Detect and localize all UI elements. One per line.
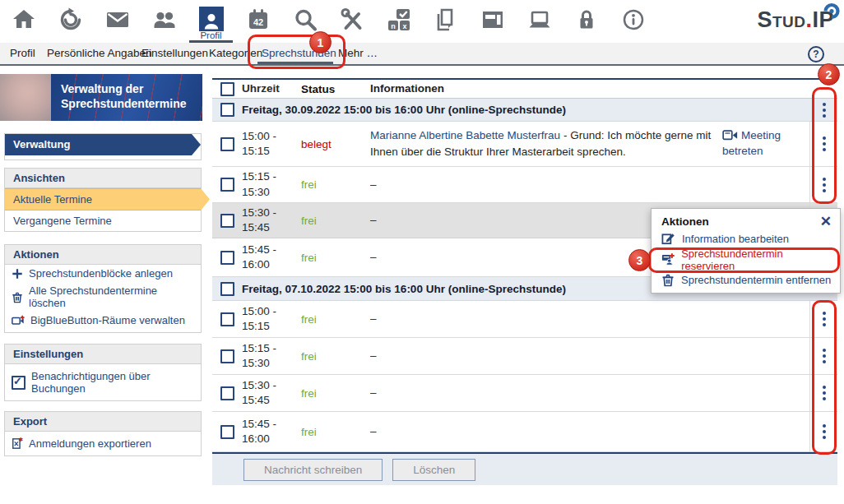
page-title: Verwaltung der Sprechstundentermine (61, 82, 186, 110)
page-nav: Profil Persönliche Angaben Einstellungen… (0, 43, 844, 66)
evaluation-icon[interactable]: nx (375, 0, 422, 43)
kebab-menu-icon[interactable] (818, 133, 831, 155)
action-bbb-raeume-verwalten[interactable]: BigBlueButton-Räume verwalten (5, 312, 201, 332)
trash-icon (661, 273, 675, 287)
kebab-menu-icon[interactable] (818, 421, 831, 442)
sidebar: Verwaltung der Sprechstundentermine Verw… (0, 74, 202, 456)
row-checkbox[interactable] (220, 178, 234, 192)
verwaltung-widget: Verwaltung (4, 133, 202, 160)
close-icon[interactable]: ✕ (820, 215, 832, 229)
planner-icon[interactable] (47, 0, 94, 43)
column-header-status: Status (301, 83, 370, 95)
tab-sprechstunden[interactable]: Sprechstunden (262, 47, 336, 59)
group-label: Freitag, 30.09.2022 15:00 bis 16:00 Uhr … (242, 104, 810, 116)
tab-profil[interactable]: Profil (10, 47, 35, 59)
row-checkbox[interactable] (220, 251, 234, 265)
setting-label: Benachrichtigungen über Buchungen (31, 370, 194, 395)
mail-icon[interactable] (94, 0, 141, 43)
svg-text:42: 42 (253, 17, 262, 27)
kebab-menu-icon[interactable] (818, 99, 831, 121)
icon-dock: Profil 42 nx (0, 0, 656, 43)
action-label: Sprechstundenblöcke anlegen (29, 267, 173, 280)
time-cell: 15:30 -15:45 (242, 206, 301, 235)
status-badge: frei (301, 178, 370, 191)
help-icon[interactable]: ? (808, 46, 824, 62)
svg-text:n: n (391, 22, 396, 30)
table-row: 15:45 -16:00 frei – (212, 412, 837, 452)
widget-einstellungen: Einstellungen Benachrichtigungen über Bu… (4, 344, 202, 401)
widget-export: Export ✱ Anmeldungen exportieren (4, 411, 202, 456)
export-icon: ✱ (12, 437, 23, 450)
tools-icon[interactable] (328, 0, 375, 43)
kebab-menu-icon[interactable] (818, 174, 831, 196)
group-checkbox[interactable] (220, 282, 234, 296)
menu-item-sprechstundentermin-entfernen[interactable]: Sprechstundentermin entfernen (661, 270, 832, 290)
meeting-cell: Meeting betreten (722, 128, 809, 160)
time-cell: 15:45 -16:00 (242, 243, 301, 272)
row-checkbox[interactable] (220, 386, 234, 400)
row-checkbox[interactable] (220, 349, 234, 363)
join-meeting-link[interactable]: Meeting betreten (722, 129, 781, 157)
time-cell: 15:30 -15:45 (242, 378, 301, 408)
table-row: 15:30 -15:45 frei – (212, 375, 837, 412)
group-header-row: Freitag, 30.09.2022 15:00 bis 16:00 Uhr … (212, 99, 837, 122)
studip-logo: Stud.IP (757, 7, 834, 33)
home-icon[interactable] (0, 0, 47, 43)
delete-button[interactable]: Löschen (392, 459, 475, 481)
sidebar-item-vergangene-termine[interactable]: Vergangene Termine (5, 210, 201, 231)
person-link[interactable]: Marianne Albertine Babette Musterfrau (370, 129, 560, 141)
row-checkbox[interactable] (220, 137, 234, 151)
info-cell: – (370, 311, 722, 327)
write-message-button[interactable]: Nachricht schreiben (243, 459, 383, 481)
files-icon[interactable] (422, 0, 469, 43)
table-header-row: Uhrzeit Status Informationen (212, 80, 837, 99)
action-anmeldungen-exportieren[interactable]: ✱ Anmeldungen exportieren (5, 432, 201, 455)
select-all-checkbox[interactable] (220, 82, 234, 96)
svg-text:x: x (402, 22, 406, 30)
kebab-menu-icon[interactable] (818, 308, 831, 330)
sidebar-item-aktuelle-termine[interactable]: Aktuelle Termine (5, 188, 201, 210)
info-cell: Marianne Albertine Babette Musterfrau - … (370, 127, 722, 160)
time-cell: 15:15 -15:30 (242, 341, 301, 371)
info-icon[interactable] (610, 0, 656, 43)
row-checkbox[interactable] (220, 425, 234, 439)
studip-page: Profil 42 nx (0, 0, 844, 504)
reserve-person-icon (661, 252, 675, 266)
action-sprechstundenbloecke-anlegen[interactable]: Sprechstundenblöcke anlegen (5, 265, 201, 282)
news-icon[interactable] (469, 0, 516, 43)
top-icon-bar: Profil 42 nx (0, 0, 844, 43)
time-cell: 15:00 -15:15 (242, 129, 301, 159)
table-row: 15:15 -15:30 frei – (212, 338, 837, 375)
column-header-informationen: Informationen (370, 81, 723, 97)
edit-icon (661, 232, 675, 246)
setting-benachrichtigungen[interactable]: Benachrichtigungen über Buchungen (5, 364, 201, 400)
community-icon[interactable] (141, 0, 188, 43)
active-tab-underline (257, 62, 333, 64)
action-label: Alle Sprechstundentermine löschen (29, 284, 194, 309)
tab-mehr[interactable]: Mehr … (338, 47, 378, 59)
info-cell: – (370, 348, 722, 364)
schedule-icon[interactable]: 42 (234, 0, 281, 43)
group-checkbox[interactable] (220, 103, 234, 117)
search-icon[interactable] (281, 0, 328, 43)
computer-icon[interactable] (516, 0, 563, 43)
row-checkbox[interactable] (220, 312, 234, 326)
menu-item-sprechstundentermin-reservieren[interactable]: Sprechstundentermin reservieren (661, 249, 832, 270)
notifications-checkbox[interactable] (12, 376, 26, 390)
table-row: 15:00 -15:15 frei – (212, 301, 837, 338)
menu-item-information-bearbeiten[interactable]: Information bearbeiten (661, 229, 832, 249)
tab-persoenliche-angaben[interactable]: Persönliche Angaben (47, 47, 152, 59)
kebab-menu-icon[interactable] (818, 382, 831, 404)
plus-icon (12, 268, 23, 280)
kebab-menu-icon[interactable] (818, 345, 831, 367)
profile-icon[interactable]: Profil (188, 0, 234, 43)
video-room-icon (12, 315, 25, 326)
tab-kategorien[interactable]: Kategorien (209, 47, 262, 59)
status-badge: belegt (301, 138, 370, 150)
lock-icon[interactable] (563, 0, 610, 43)
row-checkbox[interactable] (220, 214, 234, 228)
aktionen-popup: Aktionen ✕ Information bearbeiten Sprech… (651, 208, 841, 294)
info-cell: – (370, 177, 722, 193)
tab-einstellungen[interactable]: Einstellungen (141, 47, 208, 59)
action-alle-termine-loeschen[interactable]: Alle Sprechstundentermine löschen (5, 282, 201, 312)
